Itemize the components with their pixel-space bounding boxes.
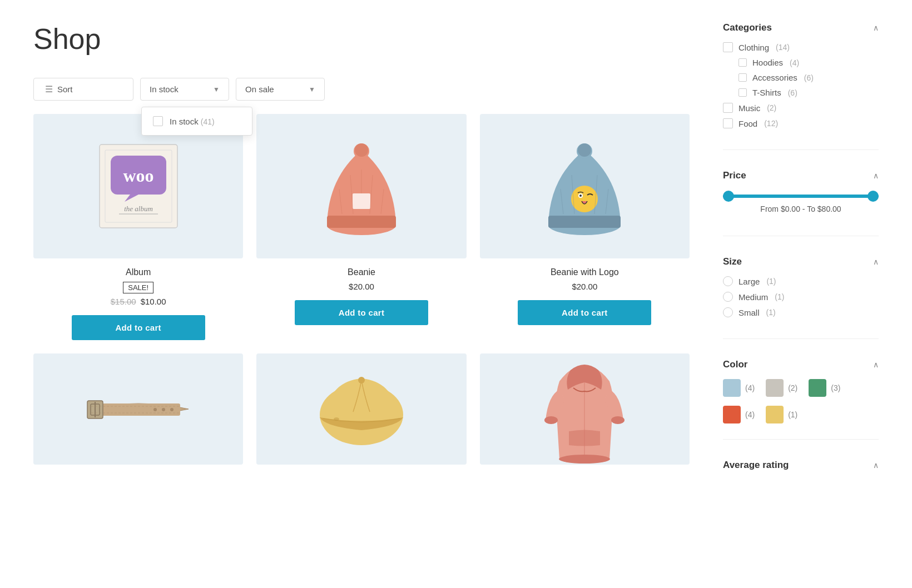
product-card-cap xyxy=(256,353,466,474)
categories-title: Categories xyxy=(723,22,772,33)
svg-point-27 xyxy=(578,143,591,157)
collapse-rating-icon[interactable]: ∧ xyxy=(873,461,879,470)
collapse-color-icon[interactable]: ∧ xyxy=(873,360,879,369)
on-sale-label: On sale xyxy=(245,84,274,94)
collapse-size-icon[interactable]: ∧ xyxy=(873,257,879,266)
category-checkbox-tshirts[interactable] xyxy=(738,88,747,97)
product-name-beanie: Beanie xyxy=(348,267,375,277)
svg-text:woo: woo xyxy=(123,166,153,186)
color-swatch-red-box[interactable] xyxy=(723,406,741,423)
size-label-small: Small xyxy=(738,308,760,317)
in-stock-label: In stock xyxy=(150,84,179,94)
color-swatch-grey-box[interactable] xyxy=(766,379,784,397)
category-count-accessories: (6) xyxy=(804,73,814,82)
product-image-beanie-logo xyxy=(480,114,690,258)
category-checkbox-food[interactable] xyxy=(723,118,733,128)
in-stock-dropdown: In stock (41) xyxy=(141,107,252,136)
product-image-album: woo the album xyxy=(33,114,243,258)
category-checkbox-accessories[interactable] xyxy=(738,73,747,82)
size-radio-small[interactable] xyxy=(723,307,733,317)
color-swatch-yellow[interactable]: (1) xyxy=(766,406,797,423)
size-count-small: (1) xyxy=(766,308,776,317)
collapse-categories-icon[interactable]: ∧ xyxy=(873,23,879,32)
product-card-beanie-logo: Beanie with Logo $20.00 Add to cart xyxy=(480,114,690,340)
svg-point-42 xyxy=(611,416,624,424)
category-checkbox-hoodies[interactable] xyxy=(738,58,747,67)
sidebar: Categories ∧ Clothing (14) Hoodies (4) A… xyxy=(723,22,879,515)
color-header: Color ∧ xyxy=(723,359,879,370)
category-label-clothing: Clothing xyxy=(738,43,769,52)
size-radio-medium[interactable] xyxy=(723,292,733,302)
sort-icon: ☰ xyxy=(45,84,53,94)
category-label-accessories: Accessories xyxy=(752,73,797,82)
color-swatch-grey[interactable]: (2) xyxy=(766,379,797,397)
color-swatches: (4) (2) (3) (4) (1) xyxy=(723,379,879,423)
svg-point-21 xyxy=(579,195,582,197)
category-count-tshirts: (6) xyxy=(788,88,797,97)
product-card-hoodie xyxy=(480,353,690,474)
price-title: Price xyxy=(723,170,746,181)
collapse-price-icon[interactable]: ∧ xyxy=(873,171,879,180)
dropdown-item-in-stock[interactable]: In stock (41) xyxy=(153,116,241,126)
categories-header: Categories ∧ xyxy=(723,22,879,33)
price-slider-thumb-max[interactable] xyxy=(868,191,879,202)
size-label-large: Large xyxy=(738,277,760,286)
color-swatch-blue-box[interactable] xyxy=(723,379,741,397)
category-item-clothing[interactable]: Clothing (14) xyxy=(723,42,879,52)
add-to-cart-button-beanie[interactable]: Add to cart xyxy=(295,300,428,325)
category-item-hoodies[interactable]: Hoodies (4) xyxy=(723,58,879,67)
price-original-album: $15.00 xyxy=(111,297,136,306)
product-name-beanie-logo: Beanie with Logo xyxy=(551,267,619,277)
svg-point-43 xyxy=(559,455,610,464)
category-checkbox-music[interactable] xyxy=(723,103,733,113)
svg-rect-9 xyxy=(353,193,370,209)
product-image-beanie xyxy=(256,114,466,258)
add-to-cart-button-album[interactable]: Add to cart xyxy=(72,315,205,340)
color-count-grey: (2) xyxy=(788,383,797,392)
svg-point-19 xyxy=(571,186,598,212)
product-card-beanie: Beanie $20.00 Add to cart xyxy=(256,114,466,340)
sort-label: Sort xyxy=(57,84,73,94)
svg-point-39 xyxy=(334,417,339,421)
main-content: Shop ☰ Sort In stock ▼ On sale ▼ In stoc… xyxy=(33,22,690,515)
rating-header: Average rating ∧ xyxy=(723,460,879,471)
category-label-music: Music xyxy=(738,103,760,113)
category-item-food[interactable]: Food (12) xyxy=(723,118,879,128)
color-count-yellow: (1) xyxy=(788,410,797,419)
size-item-small[interactable]: Small (1) xyxy=(723,307,879,317)
product-card-album: woo the album Album SALE! $15.00 $10.00 … xyxy=(33,114,243,340)
svg-text:the album: the album xyxy=(124,205,153,213)
price-slider-thumb-min[interactable] xyxy=(723,191,734,202)
svg-rect-28 xyxy=(91,403,180,416)
on-sale-filter[interactable]: On sale ▼ xyxy=(236,78,325,101)
color-swatch-green-box[interactable] xyxy=(809,379,826,397)
size-item-large[interactable]: Large (1) xyxy=(723,276,879,286)
size-item-medium[interactable]: Medium (1) xyxy=(723,292,879,302)
price-beanie-logo: $20.00 xyxy=(572,282,597,291)
price-slider-track[interactable] xyxy=(723,195,879,198)
price-header: Price ∧ xyxy=(723,170,879,181)
color-swatch-green[interactable]: (3) xyxy=(809,379,840,397)
category-item-tshirts[interactable]: T-Shirts (6) xyxy=(723,88,879,97)
category-item-music[interactable]: Music (2) xyxy=(723,103,879,113)
category-checkbox-clothing[interactable] xyxy=(723,42,733,52)
dropdown-checkbox[interactable] xyxy=(153,116,163,126)
product-image-hoodie xyxy=(480,353,690,465)
size-radio-large[interactable] xyxy=(723,276,733,286)
category-item-accessories[interactable]: Accessories (6) xyxy=(723,73,879,82)
sale-badge-album: SALE! xyxy=(123,282,153,293)
category-count-clothing: (14) xyxy=(776,43,790,52)
size-label-medium: Medium xyxy=(738,292,768,302)
filter-bar: ☰ Sort In stock ▼ On sale ▼ In stock (41… xyxy=(33,78,690,101)
svg-point-16 xyxy=(355,143,368,157)
color-swatch-yellow-box[interactable] xyxy=(766,406,784,423)
size-title: Size xyxy=(723,256,742,267)
sort-button[interactable]: ☰ Sort xyxy=(33,78,133,101)
product-grid: woo the album Album SALE! $15.00 $10.00 … xyxy=(33,114,690,474)
in-stock-filter[interactable]: In stock ▼ xyxy=(140,78,229,101)
color-swatch-red[interactable]: (4) xyxy=(723,406,755,423)
sidebar-section-size: Size ∧ Large (1) Medium (1) Small (1) xyxy=(723,256,879,339)
add-to-cart-button-beanie-logo[interactable]: Add to cart xyxy=(518,300,651,325)
color-count-red: (4) xyxy=(745,410,755,419)
color-swatch-blue[interactable]: (4) xyxy=(723,379,755,397)
